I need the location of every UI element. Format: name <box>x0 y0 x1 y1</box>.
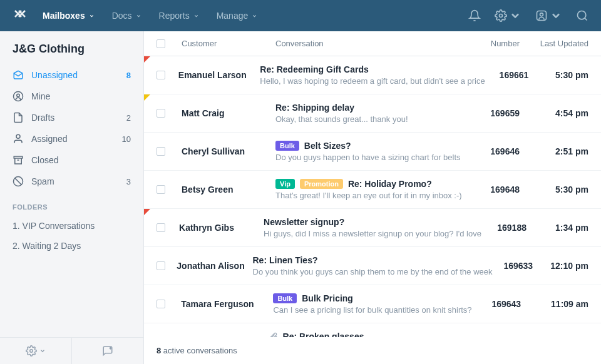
conversation-row[interactable]: Greg Davis Re: Broken glasses Okay sound… <box>144 323 601 337</box>
svg-point-6 <box>17 94 20 97</box>
conversation-preview: Do you guys happen to have a sizing char… <box>275 153 470 162</box>
nav-item-reports[interactable]: Reports <box>159 11 199 21</box>
folder-item[interactable]: 1. VIP Conversations <box>0 216 143 236</box>
sidebar-item-spam[interactable]: Spam 3 <box>0 171 143 192</box>
row-checkbox[interactable] <box>157 71 165 79</box>
nav-item-manage[interactable]: Manage <box>217 11 258 21</box>
sidebar-settings-button[interactable] <box>0 338 72 364</box>
conversation-row[interactable]: Emanuel Larson Re: Redeeming Gift Cards … <box>144 56 601 94</box>
svg-rect-7 <box>14 156 23 158</box>
conversation-row[interactable]: Betsy Green VipPromotionRe: Holiday Prom… <box>144 171 601 209</box>
priority-flag-icon <box>144 209 150 215</box>
folders-header: FOLDERS <box>0 192 143 216</box>
customer-name: Emanuel Larson <box>178 70 260 80</box>
sidebar-item-label: Drafts <box>31 113 126 123</box>
footer-label: active conversations <box>163 346 237 355</box>
svg-line-4 <box>585 18 587 21</box>
sidebar-item-unassigned[interactable]: Unassigned 8 <box>0 64 143 86</box>
col-conversation-header[interactable]: Conversation <box>275 39 470 48</box>
conversation-number: 169661 <box>500 70 529 80</box>
last-updated: 1:34 pm <box>555 223 588 233</box>
tag-vip: Vip <box>275 179 295 189</box>
conversation-subject: BulkBelt Sizes? <box>275 141 470 151</box>
row-checkbox[interactable] <box>157 109 165 118</box>
sidebar-item-assigned[interactable]: Assigned 10 <box>0 128 143 149</box>
svg-point-0 <box>500 14 503 18</box>
sidebar-item-count: 10 <box>122 134 131 144</box>
sidebar-item-count: 8 <box>126 71 131 80</box>
svg-point-2 <box>540 13 543 16</box>
priority-flag-icon <box>144 94 150 101</box>
customer-name: Matt Craig <box>182 108 275 118</box>
conversation-subject: BulkBulk Pricing <box>273 293 471 303</box>
conversation-row[interactable]: Jonathan Alison Re: Linen Ties? Do you t… <box>144 247 601 285</box>
nav-item-label: Mailboxes <box>43 11 85 21</box>
customer-name: Kathryn Gibs <box>179 223 264 233</box>
sidebar-item-count: 2 <box>126 113 131 123</box>
sidebar-list: Unassigned 8 Mine Drafts 2 Assigned 10 C… <box>0 64 143 337</box>
conversation-row[interactable]: Cheryl Sullivan BulkBelt Sizes? Do you g… <box>144 133 601 171</box>
last-updated: 11:09 am <box>551 299 588 309</box>
user-icon <box>13 133 24 144</box>
new-conversation-button[interactable] <box>72 338 143 364</box>
sidebar-item-mine[interactable]: Mine <box>0 86 143 107</box>
sidebar-item-label: Assigned <box>31 134 122 144</box>
settings-button[interactable] <box>495 9 521 22</box>
nav-item-docs[interactable]: Docs <box>112 11 141 21</box>
conversation-number: 169633 <box>503 261 533 271</box>
ban-icon <box>13 176 24 187</box>
conversation-row[interactable]: Kathryn Gibs Newsletter signup? Hi guys,… <box>144 209 601 247</box>
row-checkbox[interactable] <box>157 223 165 232</box>
app-logo <box>13 8 28 23</box>
select-all-checkbox[interactable] <box>157 39 165 48</box>
conversation-subject: VipPromotionRe: Holiday Promo? <box>275 179 470 189</box>
conversation-preview: Okay, that sounds great... thank you! <box>275 114 470 124</box>
sidebar-item-drafts[interactable]: Drafts 2 <box>0 107 143 128</box>
svg-point-10 <box>30 350 33 353</box>
col-number-header[interactable]: Number <box>470 39 520 48</box>
col-customer-header[interactable]: Customer <box>182 39 275 48</box>
search-button[interactable] <box>576 9 588 22</box>
attachment-icon <box>269 332 278 337</box>
conversation-subject: Newsletter signup? <box>264 217 481 227</box>
conversation-preview: Do you think you guys can ship them to m… <box>253 267 493 276</box>
nav-items: MailboxesDocsReportsManage <box>43 11 468 21</box>
chevron-down-icon <box>193 13 199 19</box>
svg-line-9 <box>15 178 22 185</box>
conversation-number: 169648 <box>490 185 520 195</box>
conversation-row[interactable]: Tamara Ferguson BulkBulk Pricing Can I s… <box>144 285 601 323</box>
conversation-number: 169643 <box>491 299 521 309</box>
folder-item[interactable]: 2. Waiting 2 Days <box>0 236 143 256</box>
row-checkbox[interactable] <box>157 147 165 156</box>
sidebar-item-label: Mine <box>31 91 131 101</box>
conversation-preview: Hello, I was hoping to redeem a gift car… <box>260 76 485 86</box>
mailbox-title: J&G Clothing <box>0 31 143 64</box>
nav-item-mailboxes[interactable]: Mailboxes <box>43 11 95 21</box>
row-checkbox[interactable] <box>157 300 165 308</box>
last-updated: 2:51 pm <box>555 146 588 156</box>
last-updated: 5:30 pm <box>555 185 588 195</box>
profile-button[interactable] <box>535 9 562 22</box>
sidebar: J&G Clothing Unassigned 8 Mine Drafts 2 … <box>0 31 144 364</box>
table-header: Customer Conversation Number Last Update… <box>144 31 601 56</box>
col-updated-header[interactable]: Last Updated <box>520 39 588 48</box>
nav-icons <box>468 9 588 22</box>
nav-item-label: Docs <box>112 11 132 21</box>
conversation-row[interactable]: Matt Craig Re: Shipping delay Okay, that… <box>144 94 601 133</box>
sidebar-item-closed[interactable]: Closed <box>0 149 143 171</box>
tag-bulk: Bulk <box>275 141 299 151</box>
content: Customer Conversation Number Last Update… <box>144 31 601 364</box>
nav-item-label: Reports <box>159 11 190 21</box>
svg-point-3 <box>578 11 586 19</box>
chevron-down-icon <box>252 13 257 19</box>
conversation-rows: Emanuel Larson Re: Redeeming Gift Cards … <box>144 56 601 337</box>
user-circle-icon <box>13 91 24 102</box>
row-checkbox[interactable] <box>157 185 165 194</box>
priority-flag-icon <box>144 56 150 63</box>
last-updated: 5:30 pm <box>555 70 588 80</box>
footer-count: 8 <box>157 346 161 355</box>
conversation-subject: Re: Broken glasses <box>269 331 476 337</box>
notifications-button[interactable] <box>468 9 481 22</box>
row-checkbox[interactable] <box>157 261 165 270</box>
chevron-down-icon <box>89 13 95 19</box>
